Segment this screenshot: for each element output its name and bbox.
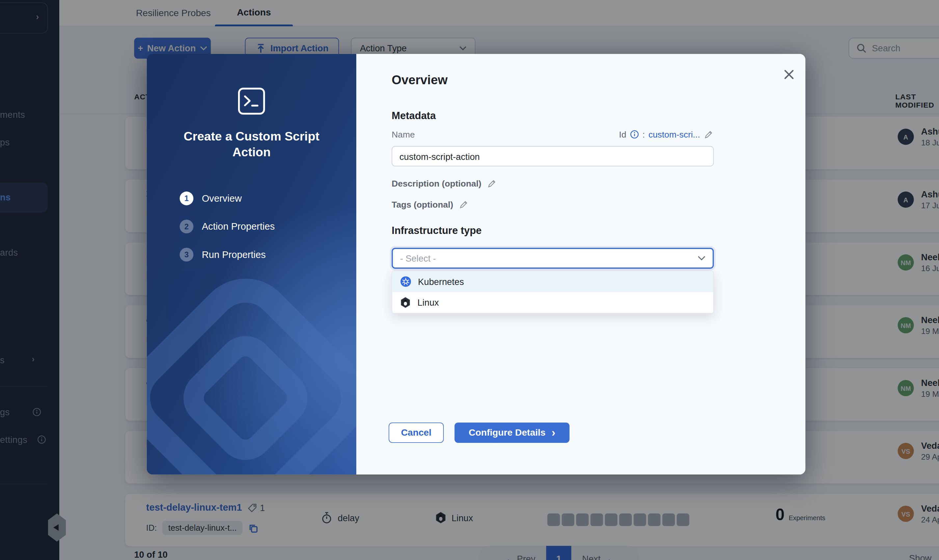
cancel-button[interactable]: Cancel <box>389 423 444 443</box>
close-button[interactable] <box>782 67 796 82</box>
id-separator: : <box>642 130 645 139</box>
step-label: Action Properties <box>202 221 275 232</box>
terminal-icon <box>237 87 266 118</box>
infrastructure-option[interactable]: Linux <box>392 292 713 313</box>
wizard-steps: 1 Overview 2 Action Properties 3 Run Pro… <box>180 191 275 262</box>
select-placeholder: - Select - <box>400 253 436 263</box>
edit-pencil-icon[interactable] <box>704 129 714 140</box>
chevron-right-icon: › <box>552 426 555 438</box>
step-number: 3 <box>180 248 194 262</box>
kubernetes-icon <box>400 276 412 288</box>
edit-pencil-icon[interactable] <box>487 178 497 189</box>
linux-icon <box>400 297 411 308</box>
brand-watermark <box>147 272 356 475</box>
name-label: Name <box>392 130 415 139</box>
option-label: Kubernetes <box>418 276 464 286</box>
id-value-link[interactable]: custom-scri... <box>648 130 700 139</box>
edit-pencil-icon[interactable] <box>459 199 469 209</box>
modal-body: Overview Metadata Name Id : custom-scri.… <box>356 54 805 475</box>
modal-step-panel: Create a Custom Script Action 1 Overview… <box>147 54 356 475</box>
modal-title: Create a Custom Script Action <box>171 129 332 160</box>
wizard-step[interactable]: 2 Action Properties <box>180 220 275 234</box>
screen: › ments ps ns ards s › gs ettings <box>0 0 939 560</box>
id-label: Id <box>619 130 626 139</box>
infrastructure-type-select[interactable]: - Select - <box>392 248 714 269</box>
step-number: 1 <box>180 191 194 205</box>
id-row: Id : custom-scri... <box>619 129 714 140</box>
close-icon <box>783 69 794 79</box>
metadata-heading: Metadata <box>392 110 436 122</box>
overview-heading: Overview <box>392 73 448 88</box>
configure-details-button[interactable]: Configure Details › <box>455 423 570 443</box>
infrastructure-type-heading: Infrastructure type <box>392 225 482 237</box>
option-label: Linux <box>418 297 439 308</box>
infrastructure-options-menu: Kubernetes <box>392 271 714 314</box>
tags-label: Tags (optional) <box>392 200 453 209</box>
infrastructure-option[interactable]: Kubernetes <box>392 271 713 292</box>
description-label: Description (optional) <box>392 178 482 188</box>
step-label: Run Properties <box>202 249 266 260</box>
step-number: 2 <box>180 220 194 234</box>
wizard-step[interactable]: 3 Run Properties <box>180 248 275 262</box>
step-label: Overview <box>202 193 242 204</box>
action-name-input[interactable] <box>392 146 714 166</box>
info-icon[interactable] <box>630 130 639 139</box>
chevron-down-icon <box>698 255 706 261</box>
wizard-step[interactable]: 1 Overview <box>180 191 275 205</box>
create-custom-script-action-modal: Create a Custom Script Action 1 Overview… <box>147 54 806 475</box>
